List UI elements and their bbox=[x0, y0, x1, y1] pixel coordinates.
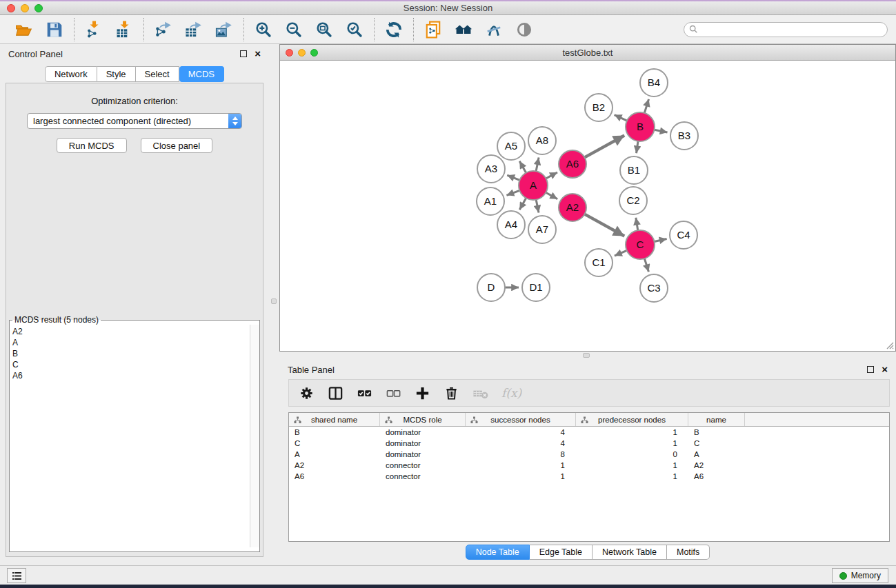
graph-node-A5[interactable]: A5 bbox=[497, 132, 525, 160]
network-maximize-icon[interactable] bbox=[310, 49, 318, 57]
graph-node-C4[interactable]: C4 bbox=[670, 221, 697, 249]
columns-button[interactable] bbox=[328, 384, 344, 402]
column-header-shared-name[interactable]: shared name bbox=[289, 413, 380, 426]
float-panel-icon[interactable] bbox=[867, 366, 874, 373]
tab-network[interactable]: Network bbox=[45, 66, 97, 82]
deselect-all-button[interactable] bbox=[386, 384, 401, 402]
select-all-button[interactable] bbox=[357, 384, 372, 402]
table-row[interactable]: Bdominator41B bbox=[289, 427, 889, 438]
tab-network-table[interactable]: Network Table bbox=[593, 545, 667, 560]
float-panel-icon[interactable] bbox=[240, 50, 247, 57]
panel-menu-button[interactable] bbox=[7, 568, 26, 583]
network-graph[interactable]: B4B2BB3A5A8A6A3AB1A1C2A4A7A2CC4C1C3DD1 bbox=[280, 61, 895, 351]
graph-node-B1[interactable]: B1 bbox=[620, 156, 648, 184]
column-header-MCDS-role[interactable]: MCDS role bbox=[380, 413, 466, 426]
close-panel-icon[interactable]: × bbox=[882, 366, 888, 373]
graph-node-A4[interactable]: A4 bbox=[497, 211, 525, 239]
run-mcds-button[interactable]: Run MCDS bbox=[57, 138, 127, 153]
graph-node-D1[interactable]: D1 bbox=[522, 274, 550, 301]
column-header-name[interactable]: name bbox=[688, 413, 745, 426]
result-list-item[interactable]: C bbox=[10, 359, 250, 370]
save-session-button[interactable] bbox=[43, 18, 66, 41]
maximize-window-icon[interactable] bbox=[34, 4, 43, 12]
divider-grip[interactable] bbox=[271, 298, 277, 304]
table-row[interactable]: Adominator80A bbox=[289, 449, 889, 460]
close-panel-button[interactable]: Close panel bbox=[141, 138, 213, 153]
result-list-item[interactable]: A6 bbox=[10, 370, 250, 381]
edge-B-B4[interactable] bbox=[644, 99, 648, 113]
tab-edge-table[interactable]: Edge Table bbox=[530, 545, 593, 560]
edge-A-A1[interactable] bbox=[506, 190, 519, 195]
zoom-fit-button[interactable] bbox=[313, 18, 335, 41]
minimize-window-icon[interactable] bbox=[21, 4, 29, 12]
open-session-button[interactable] bbox=[13, 18, 35, 41]
graph-node-A7[interactable]: A7 bbox=[528, 216, 556, 243]
edge-C-C2[interactable] bbox=[636, 218, 638, 231]
import-table-button[interactable] bbox=[113, 18, 135, 41]
memory-button[interactable]: Memory bbox=[832, 568, 888, 583]
graph-node-A6[interactable]: A6 bbox=[559, 150, 586, 178]
column-header-successor-nodes[interactable]: successor nodes bbox=[466, 413, 576, 426]
toggle-graphics-details-button[interactable] bbox=[483, 18, 505, 41]
edge-A-A4[interactable] bbox=[519, 198, 526, 210]
edge-A2-C[interactable] bbox=[585, 214, 625, 236]
tab-select[interactable]: Select bbox=[136, 66, 179, 82]
graph-node-C[interactable]: C bbox=[626, 230, 655, 259]
search-input[interactable] bbox=[701, 25, 882, 34]
edge-A-A2[interactable] bbox=[546, 192, 557, 199]
network-minimize-icon[interactable] bbox=[298, 49, 306, 57]
export-image-button[interactable] bbox=[213, 18, 235, 41]
zoom-out-button[interactable] bbox=[283, 18, 305, 41]
refresh-button[interactable] bbox=[383, 18, 405, 41]
result-list-item[interactable]: A2 bbox=[10, 326, 250, 337]
graph-node-B4[interactable]: B4 bbox=[640, 69, 668, 97]
close-window-icon[interactable] bbox=[7, 4, 15, 12]
edge-A-A6[interactable] bbox=[546, 172, 557, 179]
table-row[interactable]: A2connector11A2 bbox=[289, 460, 889, 471]
graph-node-C2[interactable]: C2 bbox=[619, 187, 647, 214]
zoom-in-button[interactable] bbox=[252, 18, 275, 41]
graph-node-A[interactable]: A bbox=[519, 171, 548, 200]
result-list-item[interactable]: A bbox=[10, 337, 250, 348]
network-window-titlebar[interactable]: testGlobe.txt bbox=[280, 45, 895, 61]
close-panel-icon[interactable]: × bbox=[255, 50, 261, 57]
import-network-button[interactable] bbox=[83, 18, 105, 41]
vertical-split-divider[interactable] bbox=[269, 44, 279, 565]
export-table-button[interactable] bbox=[183, 18, 205, 41]
zoom-selected-button[interactable] bbox=[344, 18, 366, 41]
result-list-scrollbar[interactable] bbox=[250, 325, 259, 547]
export-network-button[interactable] bbox=[152, 18, 175, 41]
edge-B-B2[interactable] bbox=[615, 115, 627, 121]
graph-node-A1[interactable]: A1 bbox=[477, 187, 504, 215]
edge-B-B1[interactable] bbox=[637, 141, 638, 153]
edge-C-C1[interactable] bbox=[615, 250, 627, 256]
divider-grip[interactable] bbox=[583, 353, 590, 358]
graph-node-C1[interactable]: C1 bbox=[585, 249, 613, 276]
delete-row-button[interactable] bbox=[444, 384, 459, 402]
tab-mcds[interactable]: MCDS bbox=[179, 66, 224, 82]
show-hide-button[interactable] bbox=[513, 18, 535, 41]
table-row[interactable]: Cdominator41C bbox=[289, 438, 889, 449]
graph-node-B2[interactable]: B2 bbox=[585, 94, 613, 121]
edge-A6-B[interactable] bbox=[585, 136, 625, 158]
result-list-item[interactable]: B bbox=[10, 348, 250, 359]
network-close-icon[interactable] bbox=[286, 49, 293, 57]
search-field[interactable] bbox=[684, 22, 888, 37]
graph-node-B3[interactable]: B3 bbox=[670, 122, 698, 150]
app-titlebar[interactable]: Session: New Session bbox=[0, 1, 896, 15]
graph-node-D[interactable]: D bbox=[477, 274, 505, 301]
edge-A-A3[interactable] bbox=[507, 175, 519, 180]
column-header-predecessor-nodes[interactable]: predecessor nodes bbox=[576, 413, 688, 426]
edge-B-B3[interactable] bbox=[655, 130, 668, 132]
graph-node-A3[interactable]: A3 bbox=[477, 155, 505, 183]
tab-node-table[interactable]: Node Table bbox=[466, 545, 530, 560]
edge-C-C4[interactable] bbox=[654, 239, 666, 241]
new-network-button[interactable] bbox=[422, 18, 444, 41]
home-button[interactable] bbox=[452, 18, 475, 41]
criterion-select[interactable]: largest connected component (directed) bbox=[27, 113, 242, 129]
graph-node-B[interactable]: B bbox=[626, 112, 655, 141]
graph-node-A8[interactable]: A8 bbox=[528, 127, 556, 154]
table-row[interactable]: A6connector11A6 bbox=[289, 471, 889, 482]
horizontal-split-divider[interactable] bbox=[279, 352, 896, 360]
add-row-button[interactable] bbox=[415, 384, 430, 402]
